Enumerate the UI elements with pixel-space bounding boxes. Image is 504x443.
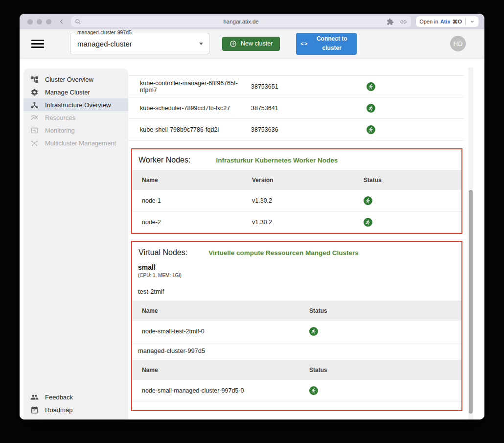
sidebar-item-multicluster-management: Multicluster Management bbox=[23, 137, 128, 149]
table-row: node-small-test-2tmlf-0 bbox=[132, 321, 461, 342]
network-nodes-icon bbox=[30, 139, 39, 147]
virtual-nodes-section: Virtual Nodes: Virtuelle compute Ressour… bbox=[131, 241, 462, 411]
table-row: node-2 v1.30.2 bbox=[132, 211, 461, 233]
table-row: kube-scheduler-7899ccf7fb-lxc27 38753641 bbox=[128, 97, 464, 119]
status-running-icon bbox=[309, 327, 318, 336]
new-cluster-button[interactable]: New cluster bbox=[222, 37, 280, 51]
zoom-window-icon[interactable] bbox=[46, 19, 51, 24]
node-version: v1.30.2 bbox=[252, 219, 364, 226]
virtual-group-name: managed-cluster-997d5 bbox=[138, 347, 461, 354]
connect-to-cluster-button[interactable]: <> Connect to cluster bbox=[296, 33, 357, 55]
node-name: node-small-managed-cluster-997d5-0 bbox=[142, 387, 309, 394]
people-icon bbox=[30, 393, 39, 401]
browser-chrome: hangar.atix.de Open in Atix ⌘O bbox=[20, 14, 484, 29]
pod-id: 38753641 bbox=[251, 105, 367, 112]
pods-table: kube-controller-manager-6fff96765f-nfpm7… bbox=[128, 58, 464, 140]
avatar[interactable]: HD bbox=[450, 36, 466, 51]
connect-label-line1: Connect to bbox=[317, 35, 347, 42]
column-header-name: Name bbox=[142, 307, 309, 314]
back-icon[interactable] bbox=[58, 18, 65, 25]
sidebar-item-label: Multicluster Management bbox=[45, 140, 116, 147]
pod-id: 38753636 bbox=[251, 126, 367, 133]
cluster-select[interactable]: managed-cluster-997d5 managed-cluster bbox=[70, 33, 209, 54]
cluster-select-label: managed-cluster-997d5 bbox=[75, 29, 134, 35]
pod-name: kube-scheduler-7899ccf7fb-lxc27 bbox=[140, 105, 251, 112]
url-text: hangar.atix.de bbox=[71, 19, 411, 24]
add-circle-icon bbox=[229, 40, 237, 47]
status-running-icon bbox=[309, 386, 318, 395]
main-content: kube-controller-manager-6fff96765f-nfpm7… bbox=[128, 58, 484, 420]
column-header-name: Name bbox=[142, 177, 252, 184]
sidebar-item-roadmap[interactable]: Roadmap bbox=[23, 403, 128, 416]
status-running-icon bbox=[364, 218, 372, 227]
node-name: node-1 bbox=[142, 197, 252, 204]
calendar-icon bbox=[30, 406, 39, 414]
worker-nodes-subtitle: Infrasturkur Kubernetes Worker Nodes bbox=[216, 157, 338, 164]
avatar-initials: HD bbox=[454, 40, 463, 47]
cluster-select-value: managed-cluster bbox=[77, 40, 132, 48]
code-icon: <> bbox=[300, 41, 308, 47]
sidebar-item-label: Manage Cluster bbox=[45, 89, 90, 96]
menu-icon[interactable] bbox=[31, 40, 44, 48]
pod-name: kube-shell-798b9c7786-fqd2l bbox=[140, 126, 251, 133]
table-row: kube-shell-798b9c7786-fqd2l 38753636 bbox=[128, 119, 464, 140]
sidebar-item-label: Infrastructure Overview bbox=[45, 101, 111, 109]
pod-name: kube-controller-manager-6fff96765f-nfpm7 bbox=[140, 80, 251, 93]
sidebar-item-label: Cluster Overview bbox=[45, 76, 93, 83]
chart-lines-icon bbox=[30, 114, 39, 122]
sidebar-item-infrastructure-overview[interactable]: Infrastructure Overview bbox=[23, 98, 128, 111]
node-version: v1.30.2 bbox=[252, 197, 364, 204]
sidebar-item-label: Resources bbox=[45, 114, 75, 121]
scrollbar-thumb[interactable] bbox=[469, 190, 473, 414]
new-cluster-label: New cluster bbox=[241, 40, 273, 47]
monitor-icon bbox=[30, 126, 39, 135]
traffic-lights[interactable] bbox=[27, 19, 51, 24]
pod-id: 38753651 bbox=[251, 83, 367, 90]
open-in-atix-button[interactable]: Open in Atix ⌘O bbox=[416, 16, 479, 27]
sidebar-item-feedback[interactable]: Feedback bbox=[23, 391, 128, 403]
virtual-group-name: test-2tmlf bbox=[138, 288, 461, 295]
node-name: node-small-test-2tmlf-0 bbox=[142, 328, 309, 335]
sidebar-item-cluster-overview[interactable]: Cluster Overview bbox=[23, 73, 128, 86]
column-header-status: Status bbox=[309, 307, 461, 314]
chevron-down-icon[interactable] bbox=[469, 19, 475, 24]
app-header: managed-cluster-997d5 managed-cluster Ne… bbox=[20, 29, 484, 58]
address-bar[interactable]: hangar.atix.de bbox=[71, 16, 411, 27]
open-in-shortcut: ⌘O bbox=[452, 19, 462, 25]
sidebar-item-label: Roadmap bbox=[45, 406, 72, 414]
cluster-tree-icon bbox=[30, 75, 39, 84]
sidebar-item-resources: Resources bbox=[23, 111, 128, 124]
column-header-status: Status bbox=[309, 367, 461, 373]
browser-window: hangar.atix.de Open in Atix ⌘O managed- bbox=[20, 14, 484, 420]
table-header: Name Version Status bbox=[132, 170, 461, 190]
sidebar-item-manage-cluster[interactable]: Manage Cluster bbox=[23, 86, 128, 98]
table-row-partial bbox=[128, 58, 464, 76]
column-header-status: Status bbox=[364, 177, 461, 184]
worker-nodes-title: Worker Nodes: bbox=[138, 156, 190, 164]
connect-label-line2: cluster bbox=[322, 45, 342, 51]
table-row: node-1 v1.30.2 bbox=[132, 190, 461, 211]
close-window-icon[interactable] bbox=[27, 19, 33, 24]
table-row: node-small-managed-cluster-997d5-0 bbox=[132, 380, 461, 401]
status-running-icon bbox=[367, 104, 375, 113]
worker-nodes-section: Worker Nodes: Infrasturkur Kubernetes Wo… bbox=[131, 148, 462, 234]
virtual-nodes-title: Virtual Nodes: bbox=[138, 248, 187, 257]
node-size-spec: (CPU: 1, MEM: 1Gi) bbox=[138, 273, 461, 278]
node-size-name: small bbox=[138, 263, 461, 271]
minimize-window-icon[interactable] bbox=[37, 19, 42, 24]
status-running-icon bbox=[364, 196, 372, 205]
sidebar-item-label: Feedback bbox=[45, 394, 73, 401]
gear-icon bbox=[30, 88, 39, 96]
open-in-app: Atix bbox=[440, 19, 451, 24]
pill-divider bbox=[465, 18, 466, 25]
table-header: Name Status bbox=[132, 301, 461, 321]
column-header-name: Name bbox=[142, 367, 309, 373]
hub-icon bbox=[30, 101, 39, 109]
node-name: node-2 bbox=[142, 219, 252, 226]
table-header: Name Status bbox=[132, 360, 461, 380]
app-body: Cluster Overview Manage Cluster Infrastr… bbox=[20, 58, 484, 420]
status-running-icon bbox=[367, 82, 375, 91]
sidebar: Cluster Overview Manage Cluster Infrastr… bbox=[23, 69, 128, 420]
status-running-icon bbox=[367, 125, 375, 134]
open-in-prefix: Open in bbox=[419, 19, 438, 24]
